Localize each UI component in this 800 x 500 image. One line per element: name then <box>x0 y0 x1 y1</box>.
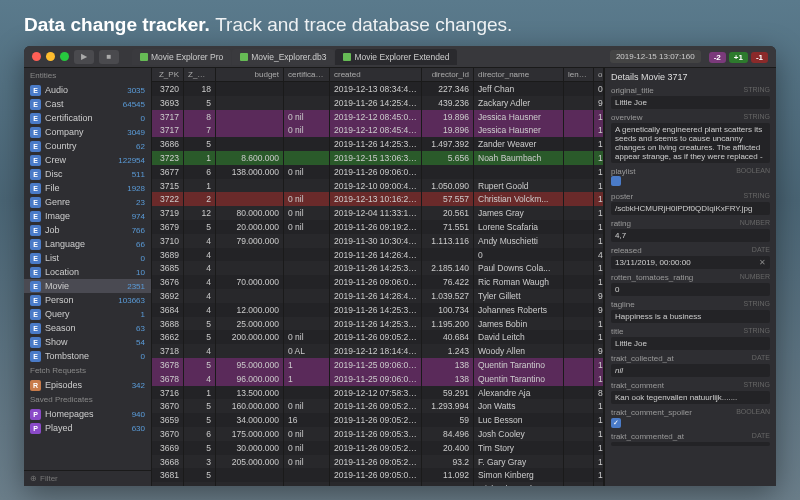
sidebar-item[interactable]: REpisodes342 <box>24 378 151 392</box>
sidebar-item[interactable]: EAudio3035 <box>24 83 151 97</box>
table-row[interactable]: 371780 nil2019-12-12 08:45:01019.896Jess… <box>152 110 604 124</box>
table-row[interactable]: 3710479.000.0002019-11-30 10:30:4001.113… <box>152 234 604 248</box>
detail-value[interactable]: Little Joe <box>611 96 770 109</box>
table-row[interactable]: 36625200.000.0000 nil2019-11-26 09:05:23… <box>152 330 604 344</box>
col-pk[interactable]: Z_PK <box>152 68 184 81</box>
table-row[interactable]: 36643170.000.0002019-11-26 09:05:24011.0… <box>152 482 604 486</box>
sidebar-item[interactable]: EMovie2351 <box>24 279 151 293</box>
table-row[interactable]: 368542019-11-26 14:25:3802.185.140Paul D… <box>152 261 604 275</box>
detail-value[interactable]: 0 <box>611 283 770 296</box>
table-row[interactable]: 36683205.000.0000 nil2019-11-26 09:05:27… <box>152 455 604 469</box>
table-row[interactable]: 3678595.000.00012019-11-25 09:06:030138Q… <box>152 358 604 372</box>
sidebar-item[interactable]: EImage974 <box>24 209 151 223</box>
sidebar-item[interactable]: ECompany3049 <box>24 125 151 139</box>
col-cert[interactable]: certification <box>284 68 330 81</box>
sidebar-item[interactable]: ECountry62 <box>24 139 151 153</box>
table-row[interactable]: 3678496.000.00012019-11-25 09:06:030138Q… <box>152 372 604 386</box>
table-row[interactable]: 372220 nil2019-12-13 10:16:23057.557Chri… <box>152 192 604 206</box>
sidebar-item[interactable]: ECast64545 <box>24 97 151 111</box>
table-row[interactable]: 368652019-11-26 14:25:3801.497.392Zander… <box>152 137 604 151</box>
sidebar-item[interactable]: ELocation10 <box>24 265 151 279</box>
detail-value[interactable]: A genetically engineered plant scatters … <box>611 123 770 163</box>
table-row[interactable]: 3684412.000.0002019-11-26 14:25:380100.7… <box>152 303 604 317</box>
sidebar-item[interactable]: ECrew122954 <box>24 153 151 167</box>
table-row[interactable]: 36705160.000.0000 nil2019-11-26 09:05:27… <box>152 399 604 413</box>
sidebar-item[interactable]: EFile1928 <box>24 181 151 195</box>
cell: F. Gary Gray <box>474 455 564 469</box>
col-dname[interactable]: director_name <box>474 68 564 81</box>
table-row[interactable]: 36776138.000.0000 nil2019-11-26 09:06:03… <box>152 165 604 179</box>
sidebar-item[interactable]: ELanguage66 <box>24 237 151 251</box>
checkbox-icon[interactable] <box>611 176 621 186</box>
sidebar-filter[interactable]: ⊕ Filter <box>24 470 151 486</box>
table-row[interactable]: 369242019-11-26 14:28:4601.039.527Tyler … <box>152 289 604 303</box>
table-row[interactable]: 369352019-11-26 14:25:440439.236Zackary … <box>152 96 604 110</box>
sidebar-item[interactable]: ESeason63 <box>24 321 151 335</box>
table-row[interactable]: 36706175.000.0000 nil2019-11-26 09:05:31… <box>152 427 604 441</box>
sidebar-item[interactable]: EDisc511 <box>24 167 151 181</box>
sidebar-item[interactable]: EPerson103663 <box>24 293 151 307</box>
tab[interactable]: Movie_Explorer.db3 <box>232 49 334 65</box>
sidebar-item[interactable]: ETombstone0 <box>24 349 151 363</box>
zoom-icon[interactable] <box>60 52 69 61</box>
grid-body[interactable]: 3720182019-12-13 08:34:480227.346Jeff Ch… <box>152 82 604 486</box>
table-row[interactable]: 3679520.000.0000 nil2019-11-26 09:19:210… <box>152 220 604 234</box>
change-chip[interactable]: -2 <box>709 52 726 63</box>
minimize-icon[interactable] <box>46 52 55 61</box>
detail-value[interactable]: Kan ook tegenvallen natuurlijk....... <box>611 391 770 404</box>
table-row[interactable]: 3688525.000.0002019-11-26 14:25:3801.195… <box>152 317 604 331</box>
change-chip[interactable]: +1 <box>729 52 748 63</box>
table-row[interactable]: 3659534.000.000162019-11-26 09:05:21059L… <box>152 413 604 427</box>
table-row[interactable]: 371512019-12-10 09:00:4601.050.090Rupert… <box>152 179 604 193</box>
detail-value[interactable] <box>611 442 770 446</box>
filter-icon: ⊕ <box>30 474 37 483</box>
sidebar-item[interactable]: EGenre23 <box>24 195 151 209</box>
cell: 3693 <box>152 96 184 110</box>
sidebar-item[interactable]: EList0 <box>24 251 151 265</box>
sidebar-item[interactable]: EJob766 <box>24 223 151 237</box>
detail-value[interactable]: Happiness is a business <box>611 310 770 323</box>
cell <box>564 358 594 372</box>
detail-value[interactable]: /scbkHCMURjH0lPDf0QDIqiKxFRY.jpg <box>611 202 770 215</box>
sidebar-item-label: Language <box>45 239 136 249</box>
col-opt[interactable]: Z_OPT <box>184 68 216 81</box>
detail-field: playlistBOOLEAN <box>611 167 770 188</box>
table-row[interactable]: 368152019-11-26 09:05:05011.092Simon Kin… <box>152 468 604 482</box>
sidebar-item[interactable]: EShow54 <box>24 335 151 349</box>
checkbox-icon[interactable]: ✓ <box>611 418 621 428</box>
detail-value[interactable]: 13/11/2019, 00:00:00✕ <box>611 256 770 269</box>
table-row[interactable]: 3716113.500.0002019-12-12 07:58:35059.29… <box>152 386 604 400</box>
col-title[interactable]: original_title <box>594 68 604 81</box>
detail-value[interactable]: Little Joe <box>611 337 770 350</box>
cell: 57.557 <box>422 192 474 206</box>
detail-value[interactable]: nil <box>611 364 770 377</box>
tab[interactable]: Movie Explorer Pro <box>132 49 231 65</box>
table-row[interactable]: 3669530.000.0000 nil2019-11-26 09:05:270… <box>152 441 604 455</box>
close-icon[interactable] <box>32 52 41 61</box>
tab[interactable]: Movie Explorer Extended <box>335 49 457 65</box>
table-row[interactable]: 3676470.000.0002019-11-26 09:06:02076.42… <box>152 275 604 289</box>
col-created[interactable]: created <box>330 68 422 81</box>
clear-icon[interactable]: ✕ <box>759 258 766 267</box>
detail-value[interactable]: 4,7 <box>611 229 770 242</box>
table-row[interactable]: 368942019-11-26 14:26:40004 Minion Scout… <box>152 248 604 262</box>
sidebar-item[interactable]: EQuery1 <box>24 307 151 321</box>
stop-button[interactable]: ■ <box>99 50 119 64</box>
table-row[interactable]: 371840 AL2019-12-12 18:14:4001.243Woody … <box>152 344 604 358</box>
col-length[interactable]: length <box>564 68 594 81</box>
cell: 3676 <box>152 275 184 289</box>
table-row[interactable]: 371770 nil2019-12-12 08:45:43019.896Jess… <box>152 123 604 137</box>
cell: Quentin Tarantino <box>474 358 564 372</box>
col-did[interactable]: director_id <box>422 68 474 81</box>
sidebar-item[interactable]: PPlayed630 <box>24 421 151 435</box>
play-button[interactable]: ▶ <box>74 50 94 64</box>
table-row[interactable]: 37191280.000.0000 nil2019-12-04 11:33:16… <box>152 206 604 220</box>
table-row[interactable]: 3720182019-12-13 08:34:480227.346Jeff Ch… <box>152 82 604 96</box>
sidebar-item[interactable]: PHomepages940 <box>24 407 151 421</box>
sidebar-item[interactable]: ECertification0 <box>24 111 151 125</box>
table-row[interactable]: 372318.600.0002019-12-15 13:06:3105.656N… <box>152 151 604 165</box>
sidebar-item-count: 64545 <box>123 100 145 109</box>
col-budget[interactable]: budget <box>216 68 284 81</box>
snapshot-timestamp[interactable]: 2019-12-15 13:07:160 <box>610 50 701 63</box>
change-chip[interactable]: -1 <box>751 52 768 63</box>
